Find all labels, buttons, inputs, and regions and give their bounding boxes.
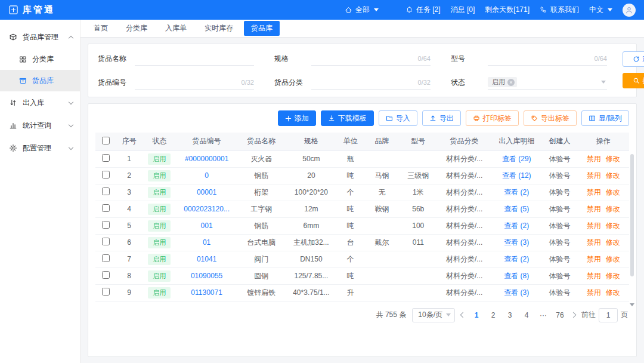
sidebar-group-config[interactable]: 配置管理	[0, 137, 80, 159]
view-details-link[interactable]: 查看 (5)	[504, 205, 529, 213]
next-page-icon[interactable]	[571, 312, 577, 318]
view-details-link[interactable]: 查看 (3)	[504, 238, 529, 247]
view-details-link[interactable]: 查看 (2)	[504, 255, 529, 263]
show-hide-columns-button[interactable]: 显/隐列	[581, 110, 629, 126]
row-checkbox[interactable]	[102, 271, 110, 279]
download-template-button[interactable]: 下载模板	[321, 110, 374, 126]
row-checkbox[interactable]	[102, 221, 110, 229]
vertical-scrollbar-thumb[interactable]	[630, 154, 634, 276]
row-checkbox[interactable]	[102, 288, 110, 296]
tab-realtime-stock[interactable]: 实时库存	[197, 21, 240, 36]
status-select[interactable]: 启用 ×	[488, 75, 607, 90]
edit-link[interactable]: 修改	[606, 255, 620, 263]
total-count: 共 755 条	[376, 310, 407, 320]
row-checkbox[interactable]	[102, 171, 110, 179]
edit-link[interactable]: 修改	[606, 238, 620, 247]
goods-code-link[interactable]: 01130071	[191, 288, 222, 297]
edit-link[interactable]: 修改	[606, 222, 620, 230]
disable-link[interactable]: 禁用	[587, 222, 601, 230]
contact-link[interactable]: 联系我们	[540, 5, 579, 15]
goods-code-link[interactable]: #0000000001	[185, 155, 228, 163]
goods-spec: 主机加32...	[286, 234, 337, 251]
goods-code-counter: 0/32	[239, 79, 254, 86]
scrollbar-down-arrow-icon[interactable]	[630, 303, 634, 306]
user-icon	[625, 6, 633, 14]
disable-link[interactable]: 禁用	[587, 255, 601, 263]
disable-link[interactable]: 禁用	[587, 288, 601, 297]
view-details-link[interactable]: 查看 (29)	[502, 155, 531, 163]
page-1[interactable]: 1	[471, 311, 482, 319]
page-ellipsis[interactable]: ···	[538, 311, 549, 319]
goods-name-input[interactable]	[135, 51, 254, 65]
import-button[interactable]: 导入	[379, 110, 417, 126]
sidebar-group-goods-mgmt[interactable]: 货品库管理	[0, 26, 80, 48]
scope-selector[interactable]: 全部	[345, 5, 379, 15]
goods-code-link[interactable]: 001	[201, 222, 213, 230]
goods-code-link[interactable]: 01	[203, 238, 210, 247]
edit-link[interactable]: 修改	[606, 205, 620, 213]
model-input[interactable]	[488, 51, 592, 65]
tag-close-icon[interactable]: ×	[507, 79, 515, 86]
export-button[interactable]: 导出	[422, 110, 461, 126]
row-checkbox[interactable]	[102, 187, 110, 195]
view-details-link[interactable]: 查看 (2)	[504, 188, 529, 196]
goods-code-link[interactable]: 00001	[197, 188, 216, 196]
sidebar-group-in-out[interactable]: 出入库	[0, 91, 80, 114]
goto-page-input[interactable]	[599, 308, 618, 322]
avatar[interactable]	[623, 4, 636, 17]
sidebar-item-goods-lib[interactable]: 货品库	[0, 70, 80, 91]
view-details-link[interactable]: 查看 (3)	[504, 288, 529, 297]
prev-page-icon[interactable]	[460, 312, 466, 318]
tab-goods-lib[interactable]: 货品库	[244, 21, 280, 36]
sidebar-item-category-lib[interactable]: 分类库	[0, 48, 80, 70]
edit-link[interactable]: 修改	[606, 272, 620, 280]
print-labels-button[interactable]: 打印标签	[466, 110, 519, 126]
view-details-link[interactable]: 查看 (2)	[504, 222, 529, 230]
page-last[interactable]: 76	[555, 311, 565, 319]
export-labels-button[interactable]: 导出标签	[524, 110, 577, 126]
disable-link[interactable]: 禁用	[587, 205, 601, 213]
page-2[interactable]: 2	[488, 311, 499, 319]
reset-button[interactable]: 重置	[623, 51, 644, 67]
tasks-link[interactable]: 任务 [2]	[405, 5, 441, 15]
disable-link[interactable]: 禁用	[587, 188, 601, 196]
messages-link[interactable]: 消息 [0]	[451, 5, 475, 15]
tab-category-lib[interactable]: 分类库	[119, 21, 154, 36]
row-code-cell: 00001	[177, 184, 237, 201]
disable-link[interactable]: 禁用	[587, 155, 601, 163]
disable-link[interactable]: 禁用	[587, 238, 601, 247]
sidebar-group-stats[interactable]: 统计查询	[0, 114, 80, 137]
page-size-select[interactable]: 10条/页	[412, 308, 455, 322]
row-checkbox[interactable]	[102, 254, 110, 262]
page-3[interactable]: 3	[504, 311, 515, 319]
goods-brand: 马钢	[365, 167, 400, 184]
goods-code-input[interactable]	[135, 75, 239, 89]
disable-link[interactable]: 禁用	[587, 171, 601, 180]
edit-link[interactable]: 修改	[606, 188, 620, 196]
search-button[interactable]: 搜索	[623, 73, 644, 88]
tab-inbound-order[interactable]: 入库单	[158, 21, 194, 36]
goods-code-link[interactable]: 01090055	[191, 272, 222, 280]
row-checkbox[interactable]	[102, 154, 110, 162]
add-button[interactable]: 添加	[278, 110, 316, 126]
spec-input[interactable]	[311, 51, 416, 65]
view-details-link[interactable]: 查看 (12)	[502, 171, 531, 180]
goods-code-link[interactable]: 0002023120...	[184, 205, 230, 213]
row-checkbox[interactable]	[102, 204, 110, 212]
contact-label: 联系我们	[550, 5, 579, 15]
chevron-up-icon	[69, 35, 73, 40]
page-4[interactable]: 4	[521, 311, 532, 319]
select-all-checkbox[interactable]	[102, 137, 110, 144]
row-checkbox[interactable]	[102, 238, 110, 245]
edit-link[interactable]: 修改	[606, 171, 620, 180]
view-details-link[interactable]: 查看 (8)	[504, 272, 529, 280]
language-selector[interactable]: 中文	[589, 5, 612, 15]
edit-link[interactable]: 修改	[606, 155, 620, 163]
edit-link[interactable]: 修改	[606, 288, 620, 297]
disable-link[interactable]: 禁用	[587, 272, 601, 280]
tab-home[interactable]: 首页	[86, 21, 115, 36]
category-input[interactable]	[311, 75, 416, 89]
goods-code-link[interactable]: 0	[205, 171, 209, 180]
print-labels-label: 打印标签	[483, 113, 512, 124]
goods-code-link[interactable]: 01041	[197, 255, 216, 263]
